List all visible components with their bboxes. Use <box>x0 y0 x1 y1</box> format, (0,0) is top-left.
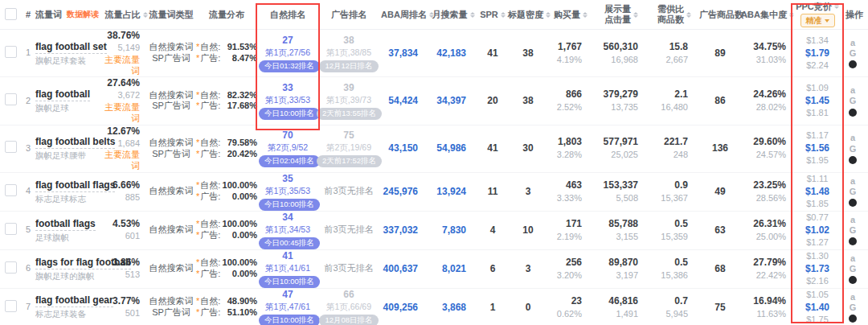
click-count: 1,491 <box>593 309 638 320</box>
purchase-rate: 3.28% <box>548 150 582 161</box>
google-icon[interactable]: G <box>841 48 865 59</box>
organic-rank-value[interactable]: 41 <box>259 250 317 262</box>
ppc-bid-high: $1.27 <box>794 237 841 249</box>
amazon-icon[interactable]: a <box>841 38 865 48</box>
sort-icon[interactable] <box>470 12 475 18</box>
keyword-type-organic: 自然搜索词 <box>148 90 194 101</box>
col-month-search[interactable]: 月搜索量 <box>429 0 477 30</box>
month-search-volume[interactable]: 8,021 <box>442 263 466 274</box>
keyword-text[interactable]: flag football gear <box>35 294 113 307</box>
organic-rank-value[interactable]: 27 <box>259 35 317 47</box>
google-icon[interactable]: G <box>841 96 865 106</box>
organic-rank-value[interactable]: 70 <box>259 130 317 142</box>
sort-icon[interactable] <box>633 12 638 18</box>
row-number: 6 <box>26 263 31 273</box>
ppc-bid-low: $1.09 <box>794 83 841 94</box>
purchase-count: 1,803 <box>548 136 582 148</box>
sort-icon[interactable] <box>143 12 148 18</box>
col-aba-week-rank[interactable]: ABA周排名 <box>381 0 429 30</box>
col-organic-rank: 自然排名 <box>259 0 317 30</box>
google-icon[interactable]: G <box>841 302 865 313</box>
purchase-count: 256 <box>548 257 582 269</box>
col-ppc-bid[interactable]: PPC竞价 精准 <box>794 0 841 30</box>
sort-icon[interactable] <box>583 12 588 18</box>
ad-rank-value: 66 <box>317 289 381 301</box>
organic-rank-page: 第1页,47/61 <box>259 302 317 312</box>
amazon-icon[interactable]: a <box>841 215 865 225</box>
keyword-type-organic: 自然搜索词 <box>148 224 194 236</box>
row-checkbox[interactable] <box>5 223 17 235</box>
ppc-bid-suggested: $1.02 <box>794 224 841 237</box>
google-icon[interactable]: G <box>841 144 865 154</box>
dark-circle-icon[interactable] <box>849 109 857 117</box>
organic-rank-value[interactable]: 34 <box>259 212 317 224</box>
row-checkbox[interactable] <box>5 300 17 312</box>
organic-rank-value[interactable]: 33 <box>259 82 317 94</box>
keyword-text[interactable]: flag football set <box>35 41 107 54</box>
col-aba-concentration[interactable]: ABA集中度 <box>741 0 794 30</box>
data-interpretation-tag[interactable]: 数据解读 <box>67 9 99 20</box>
month-search-volume[interactable]: 34,397 <box>436 95 466 106</box>
spr-value: 6 <box>490 263 496 274</box>
col-spr[interactable]: SPR <box>477 0 508 30</box>
amazon-icon[interactable]: a <box>841 176 865 187</box>
ppc-match-type-dropdown[interactable]: 精准 <box>800 14 835 27</box>
sort-icon[interactable] <box>501 12 506 18</box>
col-supply-ratio[interactable]: 需供比商品数 <box>649 0 699 30</box>
col-title-density[interactable]: 标题密度 <box>508 0 548 30</box>
table-row: 1 flag football set 旗帜足球套装 38.76% 5,149 … <box>0 30 868 77</box>
row-checkbox[interactable] <box>5 93 17 105</box>
col-purchase[interactable]: 购买量 <box>548 0 593 30</box>
dark-circle-icon[interactable] <box>849 237 857 245</box>
sort-icon[interactable] <box>789 12 794 18</box>
row-checkbox[interactable] <box>5 261 17 274</box>
keyword-text[interactable]: football flags <box>35 218 96 231</box>
organic-rank-value[interactable]: 35 <box>259 173 317 185</box>
keyword-text[interactable]: flag football belts <box>35 136 115 149</box>
amazon-icon[interactable]: a <box>841 85 865 96</box>
row-checkbox[interactable] <box>5 184 17 196</box>
ad-product-count: 136 <box>712 142 728 154</box>
aba-week-rank[interactable]: 54,424 <box>388 95 418 106</box>
month-search-volume[interactable]: 42,183 <box>436 47 466 59</box>
google-icon[interactable]: G <box>841 225 865 236</box>
google-icon[interactable]: G <box>841 264 865 274</box>
aba-week-rank[interactable]: 245,976 <box>383 186 418 197</box>
traffic-share-percent: 12.67% <box>104 125 140 138</box>
google-icon[interactable]: G <box>841 187 865 197</box>
month-search-volume[interactable]: 7,830 <box>442 224 466 236</box>
month-search-volume[interactable]: 3,868 <box>442 302 466 313</box>
sort-icon[interactable] <box>834 3 839 9</box>
aba-week-rank[interactable]: 400,637 <box>383 263 418 274</box>
row-checkbox[interactable] <box>5 141 17 153</box>
aba-week-rank[interactable]: 43,150 <box>388 142 418 154</box>
dark-circle-icon[interactable] <box>849 199 857 207</box>
ppc-bid-low: $1.17 <box>794 130 841 142</box>
select-all-checkbox[interactable] <box>5 8 17 20</box>
dark-circle-icon[interactable] <box>849 60 857 68</box>
supply-demand-ratio: 15.8 <box>649 41 688 53</box>
dark-circle-icon[interactable] <box>849 276 857 284</box>
month-search-volume[interactable]: 54,986 <box>436 142 466 154</box>
col-traffic-share[interactable]: 流量占比 <box>104 0 148 30</box>
amazon-icon[interactable]: a <box>841 253 865 264</box>
col-impressions-clicks[interactable]: 展示量点击量 <box>593 0 649 30</box>
traffic-share-count: 601 <box>104 231 140 242</box>
row-checkbox[interactable] <box>5 46 17 58</box>
dark-circle-icon[interactable] <box>849 315 857 323</box>
keyword-text[interactable]: flag football <box>35 88 90 101</box>
product-count: 2,667 <box>649 55 688 66</box>
sort-icon[interactable] <box>686 12 691 18</box>
aba-concentration-current: 27.79% <box>741 257 786 269</box>
aba-week-rank[interactable]: 337,032 <box>383 224 418 236</box>
dark-circle-icon[interactable] <box>849 156 857 164</box>
keyword-text[interactable]: flag football flags <box>35 179 115 192</box>
amazon-icon[interactable]: a <box>841 133 865 143</box>
month-search-volume[interactable]: 13,924 <box>436 186 466 197</box>
col-ad-products[interactable]: 广告商品数 <box>699 0 741 30</box>
amazon-icon[interactable]: a <box>841 292 865 302</box>
aba-week-rank[interactable]: 37,834 <box>388 47 418 59</box>
aba-week-rank[interactable]: 409,256 <box>383 302 418 313</box>
organic-rank-value[interactable]: 47 <box>259 289 317 301</box>
sort-icon[interactable] <box>546 12 551 18</box>
